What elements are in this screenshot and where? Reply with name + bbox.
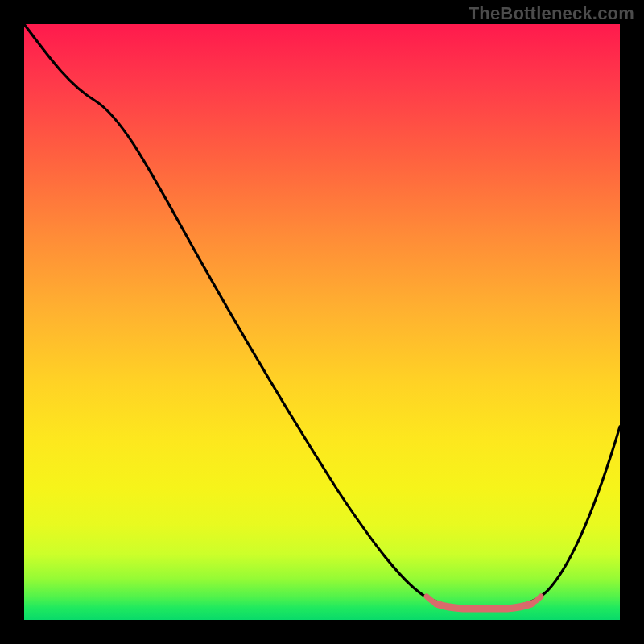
plot-area (24, 24, 620, 620)
watermark-text: TheBottleneck.com (469, 3, 634, 24)
optimal-range-left-cap (427, 597, 438, 605)
optimal-range-right-cap (530, 597, 541, 605)
bottleneck-curve (24, 24, 620, 620)
chart-frame: TheBottleneck.com (0, 0, 644, 644)
optimal-range-flat (436, 604, 531, 609)
curve-path (24, 24, 620, 607)
